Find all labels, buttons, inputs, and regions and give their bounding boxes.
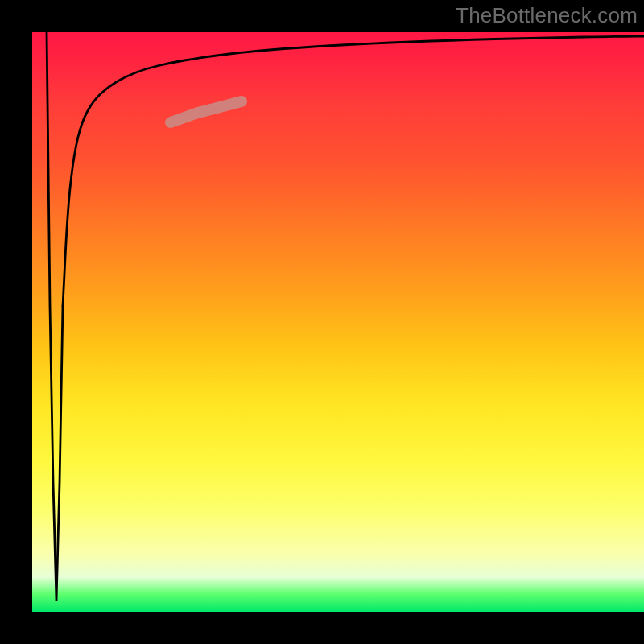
spike-line bbox=[47, 32, 63, 601]
chart-frame: TheBottleneck.com bbox=[0, 0, 644, 644]
saturating-curve-line bbox=[63, 36, 644, 306]
watermark-label: TheBottleneck.com bbox=[456, 3, 638, 28]
highlight-segment bbox=[171, 101, 242, 122]
chart-svg bbox=[32, 32, 644, 612]
